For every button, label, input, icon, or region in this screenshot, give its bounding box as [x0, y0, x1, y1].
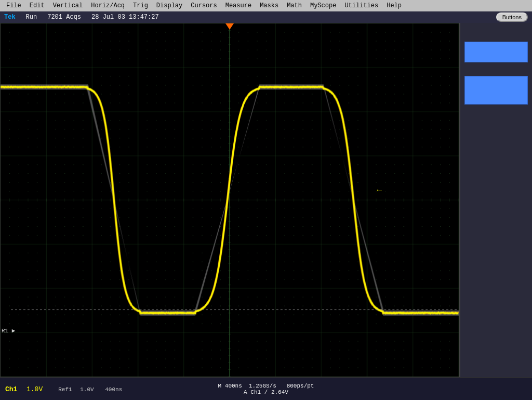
menubar: File Edit Vertical Horiz/Acq Trig Displa… [0, 0, 532, 11]
bottom-left: Ch1 1.0V Ref1 1.0V 400ns [5, 384, 179, 394]
buttons-button[interactable]: Buttons [496, 12, 528, 22]
menu-cursors[interactable]: Cursors [187, 1, 221, 10]
brand-label: Tek [4, 14, 16, 21]
menu-edit[interactable]: Edit [25, 1, 49, 10]
menu-myscope[interactable]: MyScope [306, 1, 340, 10]
run-state: Run [26, 14, 37, 21]
bottom-center: M 400ns 1.25GS/s 800ps/pt A Ch1 / 2.64V [179, 383, 353, 395]
menu-measure[interactable]: Measure [221, 1, 256, 10]
trigger-arrow: ← [377, 186, 382, 195]
panel-button-2[interactable] [464, 76, 528, 105]
datetime: 28 Jul 03 13:47:27 [91, 14, 159, 21]
menu-math[interactable]: Math [283, 1, 306, 10]
ref1-info: Ref1 1.0V 400ns [58, 384, 122, 394]
menu-trig[interactable]: Trig [129, 1, 152, 10]
bottombar: Ch1 1.0V Ref1 1.0V 400ns M 400ns 1.25GS/… [0, 377, 532, 400]
menu-display[interactable]: Display [152, 1, 187, 10]
panel-button-1[interactable] [464, 42, 528, 62]
timebase-info: M 400ns 1.25GS/s 800ps/pt [218, 383, 314, 389]
waveform-canvas [1, 23, 459, 377]
menu-vertical[interactable]: Vertical [49, 1, 87, 10]
menu-horizacq[interactable]: Horiz/Acq [87, 1, 129, 10]
main-area: R1 ▶ ← [0, 23, 532, 377]
menu-help[interactable]: Help [382, 1, 406, 10]
acqs-count: 7201 Acqs [47, 14, 81, 21]
statusbar: Tek Run 7201 Acqs 28 Jul 03 13:47:27 But… [0, 11, 532, 23]
menu-utilities[interactable]: Utilities [340, 1, 382, 10]
menu-file[interactable]: File [2, 1, 25, 10]
ch1-info: Ch1 1.0V [5, 384, 43, 394]
right-panel [459, 23, 532, 377]
r1-marker: R1 ▶ [2, 327, 15, 334]
scope-display: R1 ▶ ← [0, 23, 459, 377]
menu-masks[interactable]: Masks [256, 1, 283, 10]
trigger-info: A Ch1 / 2.64V [244, 389, 288, 395]
